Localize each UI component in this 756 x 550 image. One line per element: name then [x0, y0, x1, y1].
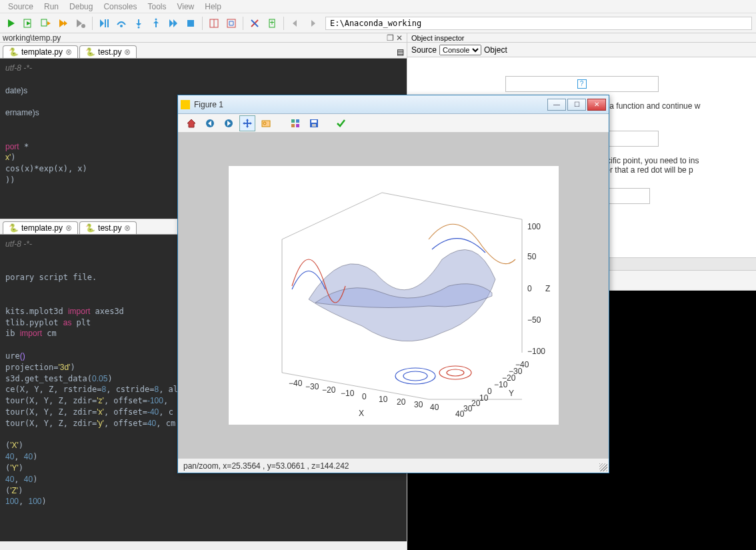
python-path-icon[interactable]: +	[265, 16, 279, 31]
forward-icon[interactable]	[221, 115, 237, 131]
resize-grip-icon[interactable]	[599, 463, 607, 471]
menu-help[interactable]: Help	[199, 2, 227, 11]
svg-text:100: 100	[527, 222, 541, 231]
svg-point-16	[155, 18, 157, 20]
menu-tools[interactable]: Tools	[142, 2, 171, 11]
back-icon[interactable]	[288, 16, 303, 31]
stop-icon[interactable]	[183, 16, 198, 31]
continue-icon[interactable]	[166, 16, 181, 31]
tab-template-py-2[interactable]: 🐍template.py⊗	[3, 221, 78, 234]
svg-rect-3	[41, 19, 47, 26]
forward-icon[interactable]	[305, 16, 320, 31]
svg-marker-13	[136, 23, 141, 26]
svg-marker-5	[59, 19, 65, 27]
preferences-icon[interactable]	[247, 16, 262, 31]
svg-rect-10	[105, 19, 106, 27]
svg-marker-17	[169, 19, 173, 27]
menu-run[interactable]: Run	[39, 2, 64, 11]
help-text-2: a specific point, you need to ins	[587, 156, 736, 165]
figure-title: Figure 1	[194, 100, 547, 109]
maximize-button[interactable]: ☐	[567, 99, 586, 111]
run-cell-icon[interactable]	[21, 16, 36, 31]
tab-test-py-2[interactable]: 🐍test.py⊗	[79, 221, 137, 234]
coord-readout: pan/zoom, x=25.3564 , y=53.0661 , z=144.…	[183, 461, 349, 471]
svg-marker-18	[173, 19, 177, 27]
svg-marker-0	[8, 19, 15, 27]
svg-text:40: 40	[455, 409, 465, 419]
svg-point-8	[81, 24, 85, 28]
svg-marker-26	[293, 20, 297, 27]
svg-text:−10: −10	[341, 389, 355, 398]
close-tab-icon[interactable]: ⊗	[124, 223, 131, 233]
zoom-icon[interactable]	[258, 115, 274, 131]
menu-debug[interactable]: Debug	[64, 2, 98, 11]
figure-canvas[interactable]: −40−30−20−10 010203040 X −40−30−20−10 01…	[178, 133, 609, 458]
svg-marker-6	[64, 21, 67, 26]
figure-titlebar[interactable]: Figure 1 — ☐ ✕	[178, 95, 609, 114]
svg-text:−10: −10	[494, 380, 508, 389]
tab-test-py[interactable]: 🐍test.py⊗	[79, 45, 137, 58]
svg-text:30: 30	[463, 404, 473, 413]
svg-marker-23	[229, 21, 233, 25]
svg-rect-39	[291, 119, 295, 123]
save-icon[interactable]	[306, 115, 322, 131]
svg-marker-15	[153, 21, 159, 23]
debug-pause-icon[interactable]	[97, 16, 111, 31]
run-icon[interactable]	[4, 16, 19, 31]
svg-text:30: 30	[414, 400, 423, 409]
step-over-icon[interactable]	[114, 16, 129, 31]
menu-view[interactable]: View	[171, 2, 199, 11]
svg-text:20: 20	[397, 397, 406, 407]
menubar: Source Run Debug Consoles Tools View Hel…	[0, 0, 756, 13]
svg-rect-22	[227, 19, 235, 27]
close-tab-icon[interactable]: ⊗	[65, 47, 72, 57]
close-button[interactable]: ✕	[587, 99, 606, 111]
python-icon: 🐍	[9, 47, 19, 57]
svg-rect-40	[296, 119, 299, 123]
editor-close-icon[interactable]: ✕	[395, 33, 404, 43]
minimize-button[interactable]: —	[547, 99, 566, 111]
svg-text:10: 10	[379, 395, 388, 404]
editor-header-1: working\temp.py ❐ ✕	[0, 33, 407, 43]
svg-point-14	[138, 26, 140, 28]
svg-marker-7	[77, 19, 82, 27]
svg-text:40: 40	[430, 403, 439, 412]
svg-text:−50: −50	[527, 315, 541, 325]
svg-text:0: 0	[527, 284, 532, 293]
svg-point-12	[120, 25, 123, 27]
checkmark-icon[interactable]	[333, 115, 349, 131]
tab-browser-icon[interactable]: ▤	[394, 46, 407, 58]
subplots-icon[interactable]	[287, 115, 303, 131]
tab-template-py[interactable]: 🐍template.py⊗	[3, 45, 78, 58]
menu-consoles[interactable]: Consoles	[98, 2, 142, 11]
svg-text:+: +	[269, 18, 274, 27]
run-config-icon[interactable]	[73, 16, 88, 31]
object-source-row: Source Console Object	[407, 43, 756, 57]
source-label: Source	[411, 45, 437, 55]
step-into-icon[interactable]	[131, 16, 146, 31]
svg-marker-27	[311, 20, 315, 27]
run-cell-advance-icon[interactable]	[39, 16, 53, 31]
help-text-3: p. After that a red dot will be p	[587, 165, 736, 175]
run-selection-icon[interactable]	[56, 16, 71, 31]
editor-undock-icon[interactable]: ❐	[385, 33, 395, 43]
svg-marker-2	[27, 21, 31, 25]
layout1-icon[interactable]	[207, 16, 221, 31]
maximize-icon[interactable]	[224, 16, 239, 31]
menu-source[interactable]: Source	[3, 2, 39, 11]
svg-text:Y: Y	[509, 389, 514, 398]
working-dir-input[interactable]: E:\Anaconda_working	[325, 17, 752, 30]
svg-rect-44	[311, 120, 317, 123]
close-tab-icon[interactable]: ⊗	[124, 47, 131, 57]
back-icon[interactable]	[202, 115, 218, 131]
source-select[interactable]: Console	[439, 45, 481, 55]
figure-toolbar	[178, 114, 609, 133]
svg-rect-19	[187, 20, 194, 27]
svg-text:0: 0	[362, 392, 367, 401]
home-icon[interactable]	[183, 115, 199, 131]
pan-icon[interactable]	[239, 115, 255, 131]
svg-rect-41	[291, 124, 295, 127]
close-tab-icon[interactable]: ⊗	[65, 223, 72, 233]
svg-text:10: 10	[479, 393, 489, 403]
step-out-icon[interactable]	[149, 16, 163, 31]
